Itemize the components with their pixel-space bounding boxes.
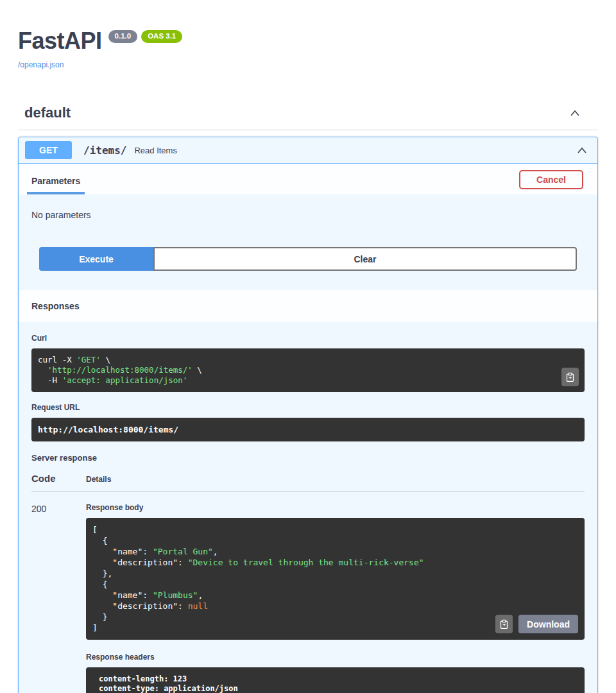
curl-command-text: curl -X 'GET' \ 'http://localhost:8000/i… — [38, 355, 578, 386]
curl-label: Curl — [31, 334, 585, 343]
execute-button[interactable]: Execute — [39, 247, 153, 271]
response-headers-label: Response headers — [86, 653, 585, 662]
clear-button[interactable]: Clear — [153, 247, 577, 271]
status-code: 200 — [31, 503, 86, 693]
parameters-header: Parameters Cancel — [19, 164, 597, 194]
execute-row: Execute Clear — [19, 247, 597, 271]
chevron-up-icon[interactable] — [569, 107, 581, 119]
request-url-value: http://localhost:8000/items/ — [38, 425, 178, 434]
server-response-label: Server response — [31, 453, 585, 463]
chevron-up-icon[interactable] — [576, 144, 588, 156]
version-badge: 0.1.0 — [108, 30, 138, 43]
operation-summary[interactable]: GET /items/ Read Items — [19, 137, 597, 164]
api-title-row: FastAPI 0.1.0 OAS 3.1 — [18, 30, 598, 53]
tag-title: default — [24, 105, 71, 121]
responses-inner: Curl curl -X 'GET' \ 'http://localhost:8… — [19, 322, 597, 693]
operation-summary-text: Read Items — [134, 146, 576, 155]
swagger-ui-page: FastAPI 0.1.0 OAS 3.1 /openapi.json defa… — [0, 0, 616, 693]
curl-command-block: curl -X 'GET' \ 'http://localhost:8000/i… — [31, 348, 585, 392]
responses-section-header: Responses — [19, 290, 597, 322]
operation-path: /items/ — [83, 144, 126, 157]
get-method-badge: GET — [25, 141, 72, 159]
cancel-button[interactable]: Cancel — [519, 170, 583, 189]
response-details: Response body [ { "name": "Portal Gun", … — [86, 503, 585, 693]
response-headers-block: content-length: 123content-type: applica… — [86, 667, 585, 693]
code-column-header: Code — [31, 473, 86, 484]
tab-parameters[interactable]: Parameters — [27, 176, 85, 194]
download-button[interactable]: Download — [518, 615, 578, 633]
server-response-row: 200 Response body [ { "name": "Portal Gu… — [31, 492, 585, 693]
responses-section-title: Responses — [31, 301, 585, 311]
parameters-tab-label: Parameters — [31, 176, 80, 186]
clipboard-copy-icon[interactable] — [561, 368, 579, 386]
api-info-section: FastAPI 0.1.0 OAS 3.1 /openapi.json — [18, 0, 598, 70]
oas-badge: OAS 3.1 — [141, 30, 182, 43]
operation-body: Parameters Cancel No parameters Execute … — [19, 164, 597, 693]
tag-section-header-default[interactable]: default — [18, 105, 598, 130]
response-body-label: Response body — [86, 503, 585, 512]
request-url-label: Request URL — [31, 403, 585, 412]
response-body-actions: Download — [495, 615, 578, 633]
details-column-header: Details — [86, 475, 111, 484]
no-parameters-text: No parameters — [31, 210, 585, 220]
server-response-table-header: Code Details — [31, 473, 585, 484]
response-body-block: [ { "name": "Portal Gun", "description":… — [86, 518, 585, 640]
response-headers-text: content-length: 123content-type: applica… — [99, 674, 572, 693]
parameters-body: No parameters — [19, 194, 597, 247]
clipboard-copy-icon[interactable] — [495, 615, 513, 633]
api-title: FastAPI — [18, 30, 102, 53]
openapi-spec-link[interactable]: /openapi.json — [18, 60, 64, 69]
api-badges: 0.1.0 OAS 3.1 — [108, 30, 183, 43]
operation-block-get-items: GET /items/ Read Items Parameters Cancel… — [18, 137, 598, 693]
request-url-block: http://localhost:8000/items/ — [31, 418, 585, 441]
